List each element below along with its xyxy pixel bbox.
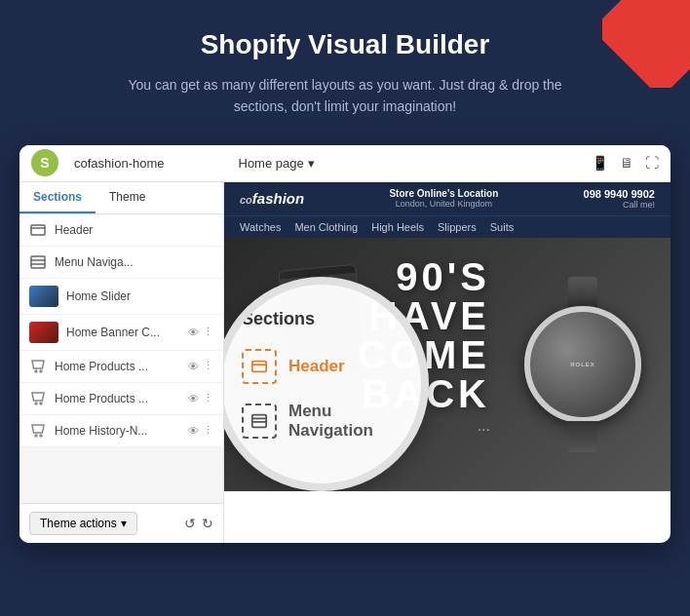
watch-visual: ROLEX — [495, 238, 671, 491]
svg-rect-0 — [31, 225, 45, 235]
store-location-label: Store Online's Location — [389, 188, 498, 199]
store-name-label: cofashion-home — [74, 156, 165, 171]
builder-ui-wrapper: S cofashion-home Home page ▾ 📱 🖥 ⛶ — [19, 145, 671, 543]
magnifier-title: Sections — [242, 309, 315, 329]
sidebar-item-label: Home History-N... — [55, 424, 180, 438]
tab-sections[interactable]: Sections — [19, 182, 96, 213]
store-logo: cofashion — [240, 190, 304, 207]
mobile-icon[interactable]: 📱 — [592, 155, 608, 171]
magnifier-header-label: Header — [288, 357, 345, 376]
store-contact: Store Online's Location London, United K… — [389, 188, 498, 209]
page-title: Shopify Visual Builder — [201, 29, 490, 60]
dots-icon[interactable]: ⋮ — [203, 392, 213, 404]
sidebar-bottom: Theme actions ▾ ↺ ↻ — [19, 503, 223, 543]
menu-nav-icon — [29, 253, 47, 271]
dots-icon[interactable]: ⋮ — [203, 326, 213, 338]
list-item[interactable]: Home Products ... 👁 ⋮ — [19, 383, 223, 415]
svg-point-8 — [40, 403, 42, 404]
top-bar-icons: 📱 🖥 ⛶ — [592, 155, 659, 171]
sidebar-items: Header Menu Naviga... Home Sli — [19, 214, 223, 503]
corner-decoration — [602, 0, 690, 88]
store-phone: 098 9940 9902 — [584, 188, 655, 200]
store-nav: Watches Men Clothing High Heels Slippers… — [224, 215, 671, 238]
eye-icon[interactable]: 👁 — [188, 425, 199, 437]
shopify-logo: S — [31, 149, 58, 176]
store-phone-block: 098 9940 9902 Call me! — [584, 188, 655, 210]
store-phone-sub: Call me! — [584, 200, 655, 210]
slider-thumb — [29, 286, 58, 307]
item-actions: 👁 ⋮ — [188, 326, 213, 338]
tab-theme[interactable]: Theme — [96, 182, 159, 213]
home-page-tab[interactable]: Home page ▾ — [239, 156, 315, 171]
svg-rect-11 — [252, 362, 266, 372]
undo-button[interactable]: ↺ — [184, 516, 196, 531]
redo-button[interactable]: ↻ — [202, 516, 213, 531]
sidebar: Sections Theme Header — [19, 182, 224, 543]
list-item[interactable]: Home Slider — [19, 279, 223, 315]
list-item[interactable]: Home Banner C... 👁 ⋮ — [19, 315, 223, 351]
list-item[interactable]: Home History-N... 👁 ⋮ — [19, 415, 223, 447]
watch-band-top — [568, 277, 597, 308]
item-actions: 👁 ⋮ — [188, 392, 213, 404]
nav-link-suits[interactable]: Suits — [490, 221, 514, 233]
sidebar-item-label: Home Banner C... — [66, 326, 180, 339]
top-bar: S cofashion-home Home page ▾ 📱 🖥 ⛶ — [19, 145, 671, 182]
list-item[interactable]: Home Products ... 👁 ⋮ — [19, 351, 223, 383]
monitor-icon[interactable]: 🖥 — [620, 155, 633, 171]
preview-area: cofashion Store Online's Location London… — [224, 182, 671, 543]
eye-icon[interactable]: 👁 — [188, 361, 199, 372]
magnifier-overlay: Sections Header — [224, 277, 429, 491]
nav-link-watches[interactable]: Watches — [240, 221, 281, 233]
svg-point-7 — [35, 403, 37, 404]
svg-point-5 — [35, 370, 37, 372]
watch-band-bottom — [568, 421, 597, 452]
list-item[interactable]: Header — [19, 214, 223, 247]
svg-point-9 — [35, 435, 37, 437]
item-actions: 👁 ⋮ — [188, 424, 213, 437]
dots-icon[interactable]: ⋮ — [203, 360, 213, 372]
watch-face: ROLEX — [524, 306, 641, 423]
expand-icon[interactable]: ⛶ — [645, 155, 659, 171]
banner-thumb — [29, 322, 58, 343]
products-icon-2 — [29, 390, 47, 407]
svg-point-10 — [40, 435, 42, 437]
nav-link-heels[interactable]: High Heels — [371, 221, 424, 233]
undo-redo-group: ↺ ↻ — [184, 516, 213, 531]
list-item[interactable]: Menu Naviga... — [19, 247, 223, 279]
history-icon — [29, 422, 47, 440]
theme-actions-chevron-icon: ▾ — [121, 517, 127, 530]
store-header: cofashion Store Online's Location London… — [224, 182, 671, 215]
sidebar-tabs: Sections Theme — [19, 182, 223, 214]
theme-actions-button[interactable]: Theme actions ▾ — [29, 512, 137, 535]
builder-ui: S cofashion-home Home page ▾ 📱 🖥 ⛶ — [19, 145, 671, 543]
products-icon — [29, 358, 47, 375]
sidebar-item-label: Home Products ... — [55, 360, 180, 373]
store-location-sub: London, United Kingdom — [389, 199, 498, 209]
svg-point-6 — [40, 370, 42, 372]
nav-link-slippers[interactable]: Slippers — [438, 221, 477, 233]
magnifier-menu-icon — [242, 404, 277, 439]
svg-rect-2 — [31, 256, 45, 268]
sidebar-item-label: Header — [55, 223, 213, 237]
magnifier-header-item: Header — [242, 349, 402, 384]
home-page-chevron-icon: ▾ — [308, 156, 315, 171]
dots-icon[interactable]: ⋮ — [203, 424, 213, 437]
magnifier-menu-item: Menu Navigation — [242, 402, 402, 441]
sidebar-item-label: Menu Naviga... — [55, 255, 213, 269]
item-actions: 👁 ⋮ — [188, 360, 213, 372]
page-subtitle: You can get as many different layouts as… — [111, 74, 579, 118]
main-content: Sections Theme Header — [19, 182, 671, 543]
eye-icon[interactable]: 👁 — [188, 327, 199, 338]
nav-link-men[interactable]: Men Clothing — [294, 221, 358, 233]
hero-area: RETRO STYLE COLLECTION 90'S HAVE COME BA… — [224, 238, 671, 491]
theme-actions-label: Theme actions — [40, 517, 117, 530]
magnifier-header-icon — [242, 349, 277, 384]
sidebar-item-label: Home Slider — [66, 289, 213, 303]
eye-icon[interactable]: 👁 — [188, 393, 199, 404]
sidebar-item-label: Home Products ... — [55, 392, 180, 405]
magnifier-menu-label: Menu Navigation — [288, 402, 402, 441]
header-section-icon — [29, 221, 47, 239]
hero-line1: 90'S — [358, 257, 490, 296]
